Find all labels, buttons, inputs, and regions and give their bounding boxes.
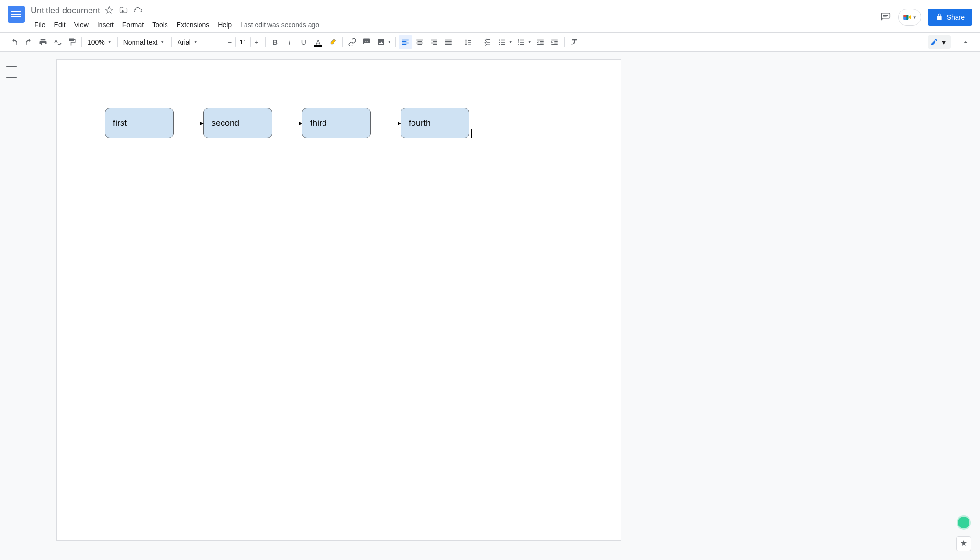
toolbar: 100%▼ Normal text▼ Arial▼ − + B I U A ▼ … xyxy=(0,33,980,52)
canvas[interactable]: first second third fourth xyxy=(23,52,980,560)
docs-home-icon[interactable] xyxy=(8,6,25,23)
menu-insert[interactable]: Insert xyxy=(93,19,118,31)
align-center-button[interactable] xyxy=(413,35,426,49)
title-area: Untitled document File Edit View Insert … xyxy=(31,4,880,31)
menu-extensions[interactable]: Extensions xyxy=(173,19,213,31)
editing-mode-button[interactable]: ▼ xyxy=(928,35,951,49)
arrow-icon xyxy=(174,123,203,123)
svg-point-4 xyxy=(499,41,500,42)
line-spacing-button[interactable] xyxy=(461,35,475,49)
align-left-button[interactable] xyxy=(399,35,412,49)
move-icon[interactable] xyxy=(119,6,128,16)
text-color-button[interactable]: A xyxy=(312,35,325,49)
menu-file[interactable]: File xyxy=(31,19,49,31)
italic-button[interactable]: I xyxy=(283,35,296,49)
document-title[interactable]: Untitled document xyxy=(31,6,100,16)
chevron-down-icon: ▼ xyxy=(913,15,917,20)
chevron-down-icon[interactable]: ▼ xyxy=(387,40,392,44)
align-justify-button[interactable] xyxy=(442,35,455,49)
comments-button[interactable] xyxy=(880,11,891,23)
link-button[interactable] xyxy=(345,35,359,49)
menu-help[interactable]: Help xyxy=(214,19,235,31)
chevron-down-icon: ▼ xyxy=(194,40,198,44)
menu-format[interactable]: Format xyxy=(119,19,147,31)
svg-point-5 xyxy=(499,44,500,45)
floating-controls xyxy=(956,517,971,551)
diagram-node-3[interactable]: third xyxy=(302,108,371,138)
header-right: ▼ Share xyxy=(880,9,972,26)
paragraph-style-select[interactable]: Normal text▼ xyxy=(121,35,168,49)
menu-edit[interactable]: Edit xyxy=(50,19,69,31)
indent-increase-button[interactable] xyxy=(548,35,561,49)
font-size-input[interactable] xyxy=(235,37,251,47)
underline-button[interactable]: U xyxy=(297,35,311,49)
highlight-button[interactable] xyxy=(326,35,339,49)
menu-view[interactable]: View xyxy=(70,19,92,31)
menu-bar: File Edit View Insert Format Tools Exten… xyxy=(31,19,880,31)
menu-tools[interactable]: Tools xyxy=(148,19,172,31)
diagram-node-4[interactable]: fourth xyxy=(401,108,469,138)
zoom-select[interactable]: 100%▼ xyxy=(85,35,114,49)
collapse-toolbar-button[interactable] xyxy=(959,35,972,49)
numbered-list-button[interactable] xyxy=(514,35,528,49)
arrow-icon xyxy=(272,123,302,123)
paint-format-button[interactable] xyxy=(65,35,78,49)
svg-point-3 xyxy=(499,39,500,40)
print-button[interactable] xyxy=(36,35,50,49)
redo-button[interactable] xyxy=(22,35,35,49)
checklist-button[interactable] xyxy=(481,35,494,49)
last-edit-link[interactable]: Last edit was seconds ago xyxy=(240,19,319,31)
explore-button[interactable] xyxy=(956,536,971,551)
presence-indicator[interactable] xyxy=(958,517,969,528)
spellcheck-button[interactable] xyxy=(51,35,64,49)
increase-font-button[interactable]: + xyxy=(251,35,262,49)
comment-button[interactable] xyxy=(360,35,373,49)
share-button[interactable]: Share xyxy=(928,9,972,26)
bold-button[interactable]: B xyxy=(268,35,282,49)
indent-decrease-button[interactable] xyxy=(534,35,547,49)
svg-rect-1 xyxy=(903,15,906,17)
undo-button[interactable] xyxy=(8,35,21,49)
diagram-node-1[interactable]: first xyxy=(105,108,174,138)
align-right-button[interactable] xyxy=(427,35,441,49)
cloud-status-icon[interactable] xyxy=(134,6,142,16)
text-cursor xyxy=(471,129,472,138)
outline-button[interactable] xyxy=(6,66,17,78)
flow-diagram[interactable]: first second third fourth xyxy=(105,108,469,138)
chevron-down-icon[interactable]: ▼ xyxy=(527,40,533,44)
clear-format-button[interactable] xyxy=(568,35,581,49)
workspace: first second third fourth xyxy=(0,52,980,560)
bullet-list-button[interactable] xyxy=(495,35,509,49)
chevron-down-icon: ▼ xyxy=(940,38,947,46)
diagram-node-2[interactable]: second xyxy=(203,108,272,138)
left-rail xyxy=(0,52,23,560)
chevron-down-icon: ▼ xyxy=(160,40,164,44)
decrease-font-button[interactable]: − xyxy=(224,35,235,49)
svg-rect-2 xyxy=(903,17,906,20)
header: Untitled document File Edit View Insert … xyxy=(0,0,980,33)
arrow-icon xyxy=(371,123,401,123)
chevron-down-icon: ▼ xyxy=(108,40,111,44)
page[interactable]: first second third fourth xyxy=(56,59,621,541)
image-button[interactable] xyxy=(374,35,388,49)
star-icon[interactable] xyxy=(105,6,113,16)
share-label: Share xyxy=(947,13,965,21)
chevron-down-icon[interactable]: ▼ xyxy=(508,40,513,44)
meet-button[interactable]: ▼ xyxy=(898,9,921,26)
font-select[interactable]: Arial▼ xyxy=(175,35,218,49)
